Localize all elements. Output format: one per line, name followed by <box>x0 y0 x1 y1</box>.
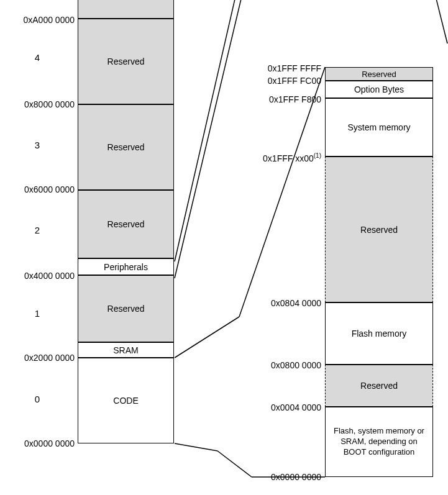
left-block-peripherals: Peripherals <box>78 258 174 275</box>
right-block-reserved-mid: Reserved <box>325 157 433 302</box>
addr-0000: 0x0000 0000 <box>24 438 75 448</box>
region-3: 3 <box>31 140 43 150</box>
raddr-ffff: 0x1FFF FFFF <box>268 63 321 73</box>
raddr-0804: 0x0804 0000 <box>271 298 321 308</box>
right-block-reserved-top: Reserved <box>325 67 433 81</box>
region-0: 0 <box>31 394 43 404</box>
region-2: 2 <box>31 225 43 235</box>
svg-line-4 <box>239 67 325 317</box>
left-block-reserved-2: Reserved <box>78 190 174 258</box>
addr-a000: 0xA000 0000 <box>23 15 75 25</box>
svg-line-1 <box>175 0 242 278</box>
svg-line-0 <box>175 0 236 261</box>
left-block-top-partial <box>78 0 174 19</box>
raddr-xx00: 0x1FFF xx00(1) <box>263 152 321 163</box>
raddr-0000: 0x0000 0000 <box>271 472 321 482</box>
right-block-reserved-low: Reserved <box>325 365 433 407</box>
right-block-option-bytes: Option Bytes <box>325 81 433 98</box>
left-block-reserved-1: Reserved <box>78 275 174 342</box>
region-1: 1 <box>31 308 43 319</box>
raddr-xx00-sup: (1) <box>314 152 321 159</box>
left-block-reserved-3: Reserved <box>78 104 174 190</box>
addr-2000: 0x2000 0000 <box>24 353 75 363</box>
addr-4000: 0x4000 0000 <box>24 271 75 281</box>
raddr-xx00-text: 0x1FFF xx00 <box>263 153 314 163</box>
right-block-system-memory: System memory <box>325 98 433 157</box>
svg-line-5 <box>175 443 217 451</box>
raddr-fc00: 0x1FFF FC00 <box>268 76 321 86</box>
left-block-sram: SRAM <box>78 342 174 358</box>
addr-8000: 0x8000 0000 <box>24 99 75 109</box>
raddr-0800: 0x0800 0000 <box>271 360 321 370</box>
raddr-0004: 0x0004 0000 <box>271 402 321 412</box>
right-block-flash-memory: Flash memory <box>325 302 433 365</box>
left-block-reserved-4: Reserved <box>78 19 174 104</box>
svg-line-6 <box>217 451 252 477</box>
right-block-boot: Flash, system memory or SRAM, depending … <box>325 407 433 477</box>
svg-line-2 <box>435 0 447 43</box>
addr-6000: 0x6000 0000 <box>24 184 75 194</box>
svg-line-3 <box>175 317 239 358</box>
left-block-code: CODE <box>78 358 174 443</box>
raddr-f800: 0x1FFF F800 <box>269 94 321 104</box>
region-4: 4 <box>31 52 43 63</box>
